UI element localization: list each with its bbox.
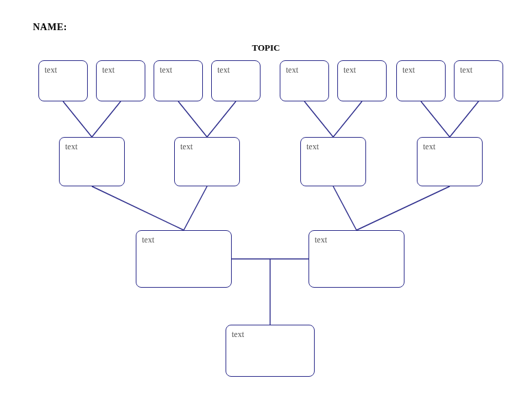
- node-text: text: [286, 65, 298, 75]
- node-r3-1: text: [136, 230, 232, 288]
- node-text: text: [217, 65, 230, 75]
- svg-line-10: [333, 186, 356, 230]
- node-text: text: [45, 65, 57, 75]
- node-text: text: [423, 142, 435, 151]
- node-text: text: [460, 65, 472, 75]
- node-r2-4: text: [417, 137, 483, 186]
- node-r1-8: text: [454, 60, 503, 101]
- node-r2-3: text: [300, 137, 366, 186]
- node-r1-6: text: [337, 60, 387, 101]
- node-text: text: [142, 235, 154, 245]
- node-r1-3: text: [154, 60, 203, 101]
- node-text: text: [232, 329, 244, 339]
- svg-line-9: [184, 186, 207, 230]
- node-text: text: [160, 65, 172, 75]
- node-text: text: [315, 235, 327, 245]
- node-r1-2: text: [96, 60, 145, 101]
- svg-line-7: [450, 101, 479, 137]
- node-r1-1: text: [38, 60, 88, 101]
- svg-line-2: [178, 101, 207, 137]
- node-r2-1: text: [59, 137, 125, 186]
- svg-line-1: [92, 101, 121, 137]
- node-text: text: [65, 142, 77, 151]
- svg-line-8: [92, 186, 184, 230]
- svg-line-6: [421, 101, 450, 137]
- tree-diagram: NAME: TOPIC text text text text text tex…: [0, 0, 532, 411]
- node-text: text: [102, 65, 114, 75]
- node-text: text: [306, 142, 319, 151]
- svg-line-4: [304, 101, 333, 137]
- node-text: text: [180, 142, 193, 151]
- node-r1-5: text: [280, 60, 329, 101]
- svg-line-11: [356, 186, 450, 230]
- node-r4-1: text: [226, 325, 315, 377]
- node-text: text: [402, 65, 415, 75]
- node-text: text: [343, 65, 356, 75]
- node-r3-2: text: [309, 230, 404, 288]
- node-r1-7: text: [396, 60, 446, 101]
- node-r2-2: text: [174, 137, 240, 186]
- svg-line-5: [333, 101, 362, 137]
- svg-line-0: [63, 101, 92, 137]
- node-r1-4: text: [211, 60, 261, 101]
- svg-line-3: [207, 101, 236, 137]
